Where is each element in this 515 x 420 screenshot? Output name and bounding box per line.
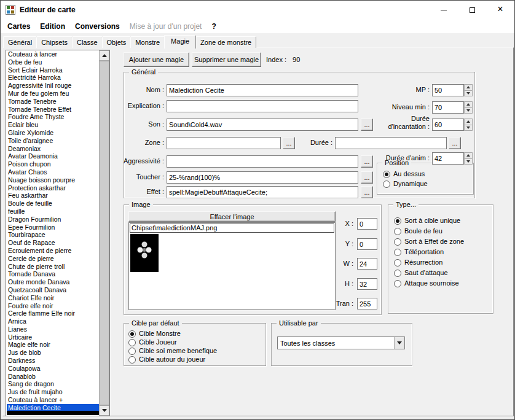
min-level-spin-up-button[interactable] <box>464 101 473 108</box>
spell-list-item[interactable]: Aggressivité Inil rouge <box>7 82 100 90</box>
spell-list-item[interactable]: feuille <box>7 208 100 216</box>
target-option[interactable]: Cible autour du joueur <box>128 356 217 364</box>
scroll-down-button[interactable] <box>99 405 109 416</box>
menu-item[interactable]: Cartes <box>2 20 35 33</box>
spell-list-item[interactable]: Boule de feuille <box>7 200 100 208</box>
spell-list-item[interactable]: Cercle flamme Elfe noir <box>7 309 100 317</box>
spell-list-item[interactable]: Cercle de pierre <box>7 255 100 263</box>
type-option[interactable]: Attaque sournoise <box>394 279 464 287</box>
mp-spin-down-button[interactable] <box>464 91 473 97</box>
maximize-button[interactable] <box>458 1 486 19</box>
spell-list-item[interactable]: Orbe de feu <box>7 58 100 66</box>
type-option[interactable]: Saut d'attaque <box>394 269 464 277</box>
spell-list-item[interactable]: Nuage boisson pourpre <box>7 176 100 184</box>
mp-input[interactable] <box>432 84 464 96</box>
aggressivity-input[interactable] <box>167 155 358 168</box>
spell-list-item[interactable]: Magie elfe noir <box>7 341 100 349</box>
spell-list-item[interactable]: Arnica <box>7 317 100 325</box>
scroll-up-button[interactable] <box>99 50 109 61</box>
spell-list-item[interactable]: Mur de feu golem feu <box>7 90 100 98</box>
spell-list-item[interactable]: Couteau à lancer + <box>7 396 100 404</box>
spell-list-item[interactable]: Dragon Fourmilion <box>7 216 100 224</box>
tab[interactable]: Objets <box>102 36 132 48</box>
zone-input[interactable] <box>167 137 281 149</box>
duration-browse-button[interactable]: ... <box>449 137 461 149</box>
effect-input[interactable] <box>167 186 358 198</box>
target-option[interactable]: Cible soi meme benefique <box>128 347 217 355</box>
target-option[interactable]: Cible Monstre <box>128 330 217 338</box>
mp-spin-up-button[interactable] <box>464 84 473 91</box>
type-option[interactable]: Sort à cible unique <box>394 217 464 225</box>
spell-list-item[interactable]: Feu askarthar <box>7 192 100 200</box>
tab[interactable]: Magie <box>164 35 196 49</box>
spell-list-item[interactable]: Sort Eclair Harroka <box>7 66 100 74</box>
tab[interactable]: Chipsets <box>36 36 73 48</box>
spell-list-item[interactable]: Ecroulement de pierre <box>7 247 100 255</box>
explanation-input[interactable] <box>167 100 358 112</box>
list-scrollbar[interactable] <box>99 50 109 416</box>
y-input[interactable] <box>357 238 377 250</box>
spell-list-item[interactable]: Eclair bleu <box>7 121 100 129</box>
spell-list-item[interactable]: Toile d'araignee <box>7 137 100 145</box>
spell-list-item[interactable]: Chariot Elfe noir <box>7 294 100 302</box>
usable-by-select[interactable]: Toutes les classes <box>277 336 405 349</box>
tab[interactable]: Classe <box>72 36 103 48</box>
anim-spin-down-button[interactable] <box>464 159 473 165</box>
incantation-input[interactable] <box>432 119 464 131</box>
spell-list-item[interactable]: Avatar Chaos <box>7 168 100 176</box>
min-level-spin-down-button[interactable] <box>464 108 473 114</box>
menu-item[interactable]: Conversions <box>70 20 125 33</box>
sound-input[interactable] <box>167 119 358 131</box>
clear-image-button[interactable]: Effacer l'image <box>128 211 336 222</box>
tab[interactable]: Général <box>3 36 37 48</box>
spell-list-item[interactable]: Jus de fruit mujaho <box>7 388 100 396</box>
spell-list-item[interactable]: Coulapowa <box>7 365 100 373</box>
duration-input[interactable] <box>335 137 447 149</box>
type-option[interactable]: Boule de feu <box>394 227 464 235</box>
w-input[interactable] <box>357 258 377 270</box>
spell-list-item[interactable]: Urticaire <box>7 333 100 341</box>
anim-duration-input[interactable] <box>432 152 464 165</box>
spell-list-item[interactable]: Glaire Xylomide <box>7 129 100 137</box>
spell-list-item[interactable]: Darkness <box>7 357 100 365</box>
menu-item[interactable]: ? <box>206 20 221 33</box>
incantation-spin-up-button[interactable] <box>464 119 473 125</box>
spell-list-item[interactable]: Lianes <box>7 325 100 333</box>
spell-list-item[interactable]: Tourbirapace <box>7 231 100 239</box>
spell-list-item[interactable]: Tornade Tenebre <box>7 98 100 106</box>
spell-list-item[interactable]: Epee Fourmilion <box>7 224 100 231</box>
tab[interactable]: Monstre <box>130 36 165 48</box>
type-option[interactable]: Téléportation <box>394 248 464 256</box>
dropdown-button[interactable] <box>394 337 404 349</box>
spell-list-item[interactable]: Foudre elfe noir <box>7 302 100 310</box>
minimize-button[interactable] <box>430 1 458 19</box>
spell-list-item[interactable]: Chute de pierre troll <box>7 263 100 271</box>
spell-list-item[interactable]: Couteau à lancer <box>7 50 100 58</box>
spell-list-item[interactable]: Outre monde Danava <box>7 278 100 286</box>
spell-list-item[interactable]: Foudre Ame Thyste <box>7 113 100 121</box>
name-input[interactable] <box>167 84 358 96</box>
sound-browse-button[interactable]: ... <box>361 119 373 131</box>
position-option[interactable]: Au dessus <box>383 170 428 178</box>
aggressivity-browse-button[interactable]: ... <box>361 155 373 168</box>
close-button[interactable]: × <box>486 1 514 19</box>
target-option[interactable]: Cible Joueur <box>128 338 217 346</box>
tran-input[interactable] <box>357 298 377 309</box>
spell-list-item[interactable]: Tornade Tenebre Effet <box>7 106 100 114</box>
add-magic-button[interactable]: Ajouter une magie <box>124 52 189 67</box>
chipset-file-item[interactable]: Chipset\maledictionMAJ.png <box>130 224 334 233</box>
spell-list-item[interactable]: Tornade Danava <box>7 270 100 278</box>
spell-list-item[interactable]: Jus de blob <box>7 349 100 357</box>
type-option[interactable]: Résurrection <box>394 259 464 266</box>
spell-list-item[interactable]: Quetzacoalt Danava <box>7 286 100 294</box>
menu-item[interactable]: Edition <box>35 20 70 33</box>
touch-input[interactable] <box>167 171 358 184</box>
zone-browse-button[interactable]: ... <box>283 137 295 149</box>
menu-item[interactable]: Mise à jour d'un projet <box>125 20 207 33</box>
remove-magic-button[interactable]: Supprimer une magie <box>192 52 261 67</box>
spell-list-item[interactable]: Sang de dragon <box>7 380 100 388</box>
effect-browse-button[interactable]: ... <box>361 186 373 198</box>
x-input[interactable] <box>357 218 377 230</box>
spell-list-item[interactable]: Protection askarthar <box>7 184 100 192</box>
spell-list-item[interactable]: Oeuf de Rapace <box>7 239 100 247</box>
